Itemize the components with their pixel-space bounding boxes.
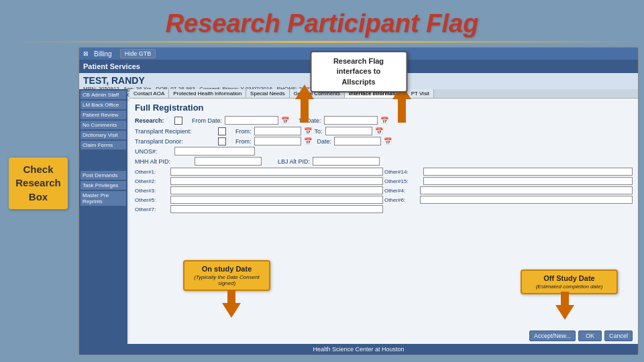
check-label-line3: Box bbox=[29, 191, 48, 202]
from-label2: From: bbox=[235, 128, 252, 135]
date-icon2[interactable]: 📅 bbox=[380, 117, 388, 124]
other6-row: Other#6: bbox=[384, 196, 633, 204]
sidebar-item-cb-admin[interactable]: CB Admin Staff bbox=[80, 90, 126, 99]
to-label2: To: bbox=[315, 128, 323, 135]
off-study-arrow-down bbox=[555, 292, 574, 320]
sidebar-item-dictionary[interactable]: Dictionary Visit bbox=[80, 131, 126, 139]
callout-line1: Research Flag bbox=[333, 57, 384, 65]
other2-row: Other#2: bbox=[135, 177, 383, 185]
other7-row: Other#7: bbox=[135, 205, 383, 213]
other1-input[interactable] bbox=[170, 168, 383, 176]
off-study-date-box: Off Study Date (Estimated completion dat… bbox=[521, 269, 618, 294]
mhh-input[interactable] bbox=[195, 157, 262, 166]
transplant-donor-from-input[interactable] bbox=[254, 137, 301, 145]
other4-input[interactable] bbox=[420, 186, 633, 194]
sidebar-item-task-privileges[interactable]: Task Privileges bbox=[80, 181, 126, 190]
other15-input[interactable] bbox=[423, 177, 633, 185]
hide-gtb-button[interactable]: Hide GTB bbox=[120, 49, 156, 58]
emr-screenshot: ⊠ Billing Hide GTB Patient Services TEST… bbox=[78, 47, 639, 355]
cancel-button[interactable]: Cancel bbox=[604, 330, 633, 341]
tab-health-info[interactable]: Protected Health Information bbox=[169, 89, 246, 98]
emr-window: ⊠ Billing Hide GTB Patient Services TEST… bbox=[79, 48, 638, 355]
cal-icon6[interactable]: 📅 bbox=[384, 137, 392, 145]
check-label-line2: Research bbox=[15, 177, 61, 188]
ok-button[interactable]: OK bbox=[578, 330, 602, 341]
unos-label: UNOS#: bbox=[135, 148, 172, 155]
other1-label: Other#1: bbox=[135, 169, 168, 175]
off-study-subtitle: (Estimated completion date) bbox=[527, 284, 611, 290]
on-study-title: On study Date bbox=[190, 265, 264, 273]
titlebar-icon: ⊠ bbox=[83, 50, 89, 57]
sidebar-item-patient-review[interactable]: Patient Review bbox=[80, 111, 126, 119]
other14-label: Other#14: bbox=[384, 169, 421, 175]
callout-line3: Allscripts bbox=[341, 78, 375, 86]
from-date-input[interactable] bbox=[225, 116, 278, 125]
transplant-donor-row: Transplant Donor: From: 📅 Date: 📅 bbox=[135, 137, 633, 145]
on-study-subtitle: (Typically the Date Consent signed) bbox=[190, 274, 264, 286]
other3-row: Other#3: bbox=[135, 186, 383, 194]
sidebar-item-no-comments[interactable]: No Comments bbox=[80, 121, 126, 129]
other5-label: Other#5: bbox=[135, 197, 168, 203]
to-date-input[interactable] bbox=[324, 116, 378, 125]
sidebar-item-post-demands[interactable]: Post Demands bbox=[80, 171, 126, 180]
other6-input[interactable] bbox=[420, 196, 633, 204]
transplant-to-input[interactable] bbox=[325, 127, 372, 135]
tab-contact-aoa[interactable]: Contact AOA bbox=[129, 89, 169, 98]
other3-input[interactable] bbox=[170, 186, 383, 194]
transplant-recipient-checkbox[interactable] bbox=[218, 127, 226, 135]
other15-label: Other#15: bbox=[384, 178, 421, 184]
other1-row: Other#1: bbox=[135, 168, 383, 176]
tab-special-needs[interactable]: Special Needs bbox=[246, 89, 290, 98]
from-label3: From: bbox=[235, 138, 252, 145]
emr-sidebar: CB Admin Staff LM Back Office Patient Re… bbox=[79, 89, 127, 355]
emr-footer: Health Science Center at Houston bbox=[79, 344, 638, 355]
mhh-row: MHH Alt PID: LBJ Alt PID: bbox=[135, 157, 633, 166]
check-label-line1: Check bbox=[23, 164, 53, 175]
other7-label: Other#7: bbox=[135, 206, 168, 213]
page-title: Research Participant Flag bbox=[0, 0, 644, 41]
tab-pt-visit[interactable]: PT Visit bbox=[407, 89, 434, 98]
unos-input[interactable] bbox=[174, 147, 255, 156]
callout-line2: interfaces to bbox=[337, 67, 380, 75]
other5-row: Other#5: bbox=[135, 196, 383, 204]
other7-input[interactable] bbox=[170, 205, 383, 213]
transplant-donor-checkbox[interactable] bbox=[218, 137, 226, 145]
page-background: Research Participant Flag Check Research… bbox=[0, 0, 644, 362]
cal-icon5[interactable]: 📅 bbox=[304, 137, 312, 145]
research-checkbox[interactable] bbox=[174, 117, 182, 125]
accept-new-button[interactable]: Accept/New... bbox=[529, 330, 576, 341]
other4-row: Other#4: bbox=[384, 186, 633, 194]
sidebar-item-master-pre[interactable]: Master Pre Reprints bbox=[80, 191, 126, 206]
date-icon1[interactable]: 📅 bbox=[281, 117, 289, 124]
transplant-recipient-row: Transplant Recipient: From: 📅 To: 📅 bbox=[135, 127, 633, 135]
nav-label: Patient Services bbox=[83, 62, 140, 70]
off-study-title: Off Study Date bbox=[527, 274, 611, 282]
footer-text: Health Science Center at Houston bbox=[313, 346, 404, 353]
sidebar-item-lm-back[interactable]: LM Back Office bbox=[80, 101, 126, 109]
other5-input[interactable] bbox=[170, 196, 383, 204]
other2-label: Other#2: bbox=[135, 178, 168, 184]
on-study-date-box: On study Date (Typically the Date Consen… bbox=[183, 260, 270, 291]
mhh-label: MHH Alt PID: bbox=[135, 158, 192, 165]
lbj-input[interactable] bbox=[313, 157, 380, 166]
other15-row: Other#15: bbox=[384, 177, 633, 185]
lbj-label: LBJ Alt PID: bbox=[278, 158, 310, 165]
other3-label: Other#3: bbox=[135, 188, 168, 194]
transplant-from-input[interactable] bbox=[254, 127, 301, 135]
title-underline bbox=[10, 41, 634, 43]
other14-row: Other#14: bbox=[384, 168, 633, 176]
date-label3: Date: bbox=[317, 138, 332, 145]
research-flag-callout: Research Flag interfaces to Allscripts bbox=[310, 51, 407, 93]
transplant-recipient-label: Transplant Recipient: bbox=[135, 128, 215, 135]
sidebar-item-claim-forms[interactable]: Claim Forms bbox=[80, 141, 126, 149]
registration-title: Full Registration bbox=[129, 99, 638, 115]
other14-input[interactable] bbox=[423, 168, 633, 176]
titlebar-text: Billing bbox=[94, 50, 112, 58]
cal-icon4[interactable]: 📅 bbox=[375, 127, 383, 135]
other2-input[interactable] bbox=[170, 177, 383, 185]
other4-label: Other#4: bbox=[384, 188, 418, 194]
cal-icon3[interactable]: 📅 bbox=[304, 127, 312, 135]
reg-title-text: Full Registration bbox=[135, 103, 204, 113]
from-date-label: From Date: bbox=[192, 117, 222, 124]
transplant-donor-date-input[interactable] bbox=[334, 137, 381, 145]
